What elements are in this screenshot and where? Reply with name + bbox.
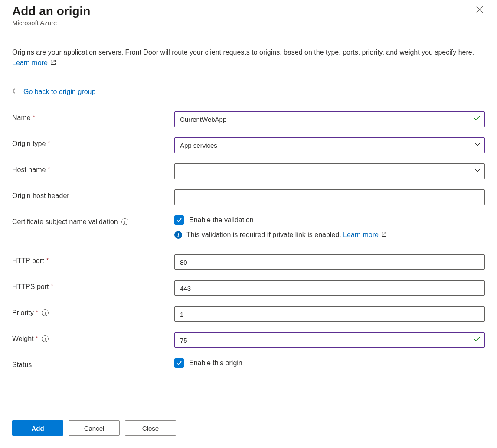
footer-actions: Add Cancel Close — [0, 408, 497, 448]
panel-subtitle: Microsoft Azure — [12, 19, 90, 26]
info-icon[interactable]: i — [42, 335, 49, 342]
info-filled-icon: i — [174, 231, 182, 239]
cert-validation-checkbox-label: Enable the validation — [189, 216, 254, 224]
description-text: Origins are your application servers. Fr… — [12, 47, 485, 68]
close-icon[interactable] — [474, 4, 485, 16]
origin-host-header-input[interactable] — [174, 189, 485, 205]
learn-more-link[interactable]: Learn more — [12, 59, 56, 66]
cert-learn-more-link[interactable]: Learn more — [343, 231, 387, 238]
https-port-label: HTTPS port * — [12, 280, 174, 291]
origin-host-header-label: Origin host header — [12, 189, 174, 200]
status-label: Status — [12, 358, 174, 369]
origin-type-label: Origin type * — [12, 137, 174, 148]
cert-validation-checkbox[interactable] — [174, 215, 184, 225]
http-port-label: HTTP port * — [12, 254, 174, 265]
name-input[interactable] — [174, 111, 485, 127]
priority-input[interactable] — [174, 306, 485, 322]
http-port-input[interactable] — [174, 254, 485, 270]
info-icon[interactable]: i — [121, 218, 128, 225]
host-name-select[interactable] — [174, 163, 485, 179]
name-label: Name * — [12, 111, 174, 122]
back-link[interactable]: Go back to origin group — [12, 88, 485, 96]
external-link-icon — [381, 232, 387, 238]
add-button[interactable]: Add — [12, 420, 63, 436]
panel-title: Add an origin — [12, 4, 90, 18]
external-link-icon — [50, 60, 56, 66]
back-link-text[interactable]: Go back to origin group — [23, 88, 95, 96]
cancel-button[interactable]: Cancel — [69, 420, 120, 436]
panel-header: Add an origin Microsoft Azure — [12, 4, 485, 26]
weight-label: Weight * i — [12, 332, 174, 343]
status-checkbox[interactable] — [174, 358, 184, 368]
origin-form: Name * Origin type * — [12, 111, 485, 369]
origin-type-select[interactable] — [174, 137, 485, 153]
description-body: Origins are your application servers. Fr… — [12, 49, 474, 56]
cert-validation-info: i This validation is required if private… — [174, 231, 485, 239]
cert-validation-label: Certificate subject name validation i — [12, 215, 174, 226]
close-button[interactable]: Close — [125, 420, 176, 436]
host-name-label: Host name * — [12, 163, 174, 174]
https-port-input[interactable] — [174, 280, 485, 296]
status-checkbox-label: Enable this origin — [189, 359, 242, 367]
weight-input[interactable] — [174, 332, 485, 348]
priority-label: Priority * i — [12, 306, 174, 317]
cert-info-text: This validation is required if private l… — [186, 231, 343, 238]
info-icon[interactable]: i — [42, 309, 49, 316]
arrow-left-icon — [12, 88, 19, 96]
